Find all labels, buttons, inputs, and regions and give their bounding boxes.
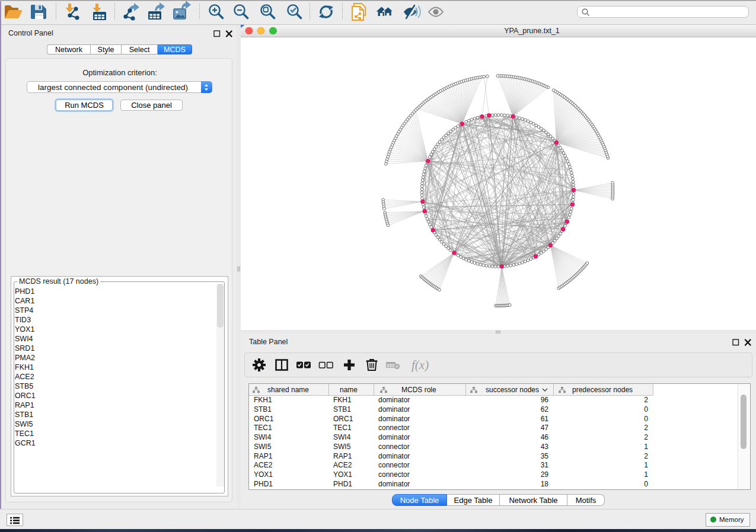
svg-text:f(x): f(x) <box>412 358 429 372</box>
